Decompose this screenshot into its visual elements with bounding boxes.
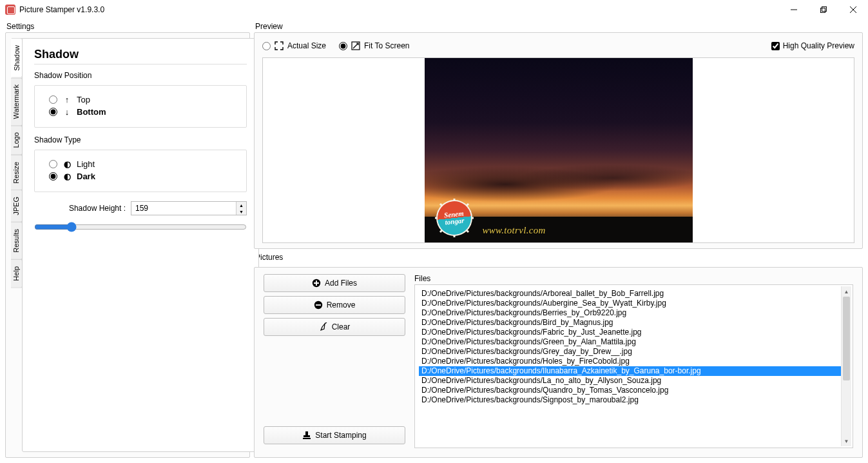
scroll-up-button[interactable]: ▲ — [842, 286, 851, 297]
plus-circle-icon — [312, 279, 321, 288]
file-row[interactable]: D:/OneDrive/Pictures/backgrounds/Green_b… — [419, 337, 841, 347]
file-row[interactable]: D:/OneDrive/Pictures/backgrounds/Arborea… — [419, 289, 841, 299]
file-row[interactable]: D:/OneDrive/Pictures/backgrounds/Fabric_… — [419, 328, 841, 337]
minimize-button[interactable] — [779, 0, 809, 19]
scroll-thumb[interactable] — [843, 297, 850, 380]
files-label: Files — [414, 274, 853, 283]
settings-panel: ShadowWatermarkLogoResizeJPEGResultsHelp… — [5, 32, 250, 458]
radio-top-row[interactable]: ↑ Top — [49, 95, 240, 104]
high-quality-checkbox-group[interactable]: High Quality Preview — [771, 41, 854, 50]
file-row[interactable]: D:/OneDrive/Pictures/backgrounds/Signpos… — [419, 395, 841, 405]
file-list[interactable]: D:/OneDrive/Pictures/backgrounds/Arborea… — [414, 284, 853, 448]
pictures-panel: Add Files Remove — [254, 267, 863, 458]
tab-resize[interactable]: Resize — [11, 155, 23, 191]
stamp-icon — [302, 431, 311, 440]
start-stamping-button[interactable]: Start Stamping — [264, 426, 405, 444]
radio-bottom-label: Bottom — [77, 107, 106, 117]
radio-light-label: Light — [77, 159, 95, 169]
settings-label: Settings — [5, 22, 250, 31]
arrow-up-icon: ↑ — [63, 95, 72, 104]
maximize-button[interactable] — [809, 0, 838, 19]
titlebar: Picture Stamper v1.9.3.0 — [0, 0, 868, 19]
radio-light-row[interactable]: ◐ Light — [49, 159, 240, 169]
svg-rect-2 — [822, 7, 827, 12]
file-row[interactable]: D:/OneDrive/Pictures/backgrounds/La_no_a… — [419, 376, 841, 386]
shadow-tab-content: Shadow Shadow Position ↑ Top ↓ Bottom — [22, 38, 259, 452]
app-title: Picture Stamper v1.9.3.0 — [19, 5, 104, 14]
remove-label: Remove — [327, 300, 356, 310]
radio-dark-label: Dark — [77, 172, 95, 181]
radio-dark-row[interactable]: ◐ Dark — [49, 172, 240, 181]
logo-text-2: tongar — [445, 217, 465, 226]
file-row[interactable]: D:/OneDrive/Pictures/backgrounds/Berries… — [419, 308, 841, 318]
minus-circle-icon — [314, 300, 323, 310]
clear-button[interactable]: Clear — [264, 318, 405, 336]
shadow-height-input[interactable] — [131, 202, 236, 215]
expand-icon — [275, 41, 284, 50]
window-controls — [779, 0, 868, 19]
file-row[interactable]: D:/OneDrive/Pictures/backgrounds/Quandro… — [419, 386, 841, 395]
shadow-heading: Shadow — [34, 48, 247, 61]
fit-icon — [351, 41, 360, 50]
actual-size-label: Actual Size — [287, 41, 326, 50]
radio-bottom-row[interactable]: ↓ Bottom — [49, 107, 240, 117]
preview-canvas: Senem tongar www.totrvl.com — [262, 57, 854, 243]
shadow-height-label: Shadow Height : — [34, 204, 131, 213]
tab-watermark[interactable]: Watermark — [11, 77, 23, 126]
shadow-type-group: ◐ Light ◐ Dark — [34, 150, 247, 192]
tab-logo[interactable]: Logo — [11, 125, 23, 155]
remove-button[interactable]: Remove — [264, 296, 405, 314]
radio-bottom[interactable] — [49, 108, 57, 116]
preview-image: Senem tongar www.totrvl.com — [425, 58, 693, 242]
shadow-height-spinner[interactable]: ▲ ▼ — [131, 201, 247, 215]
file-row[interactable]: D:/OneDrive/Pictures/backgrounds/Aubergi… — [419, 299, 841, 308]
broom-icon — [319, 322, 328, 331]
shadow-position-group: ↑ Top ↓ Bottom — [34, 85, 247, 128]
svg-rect-19 — [304, 435, 310, 437]
settings-tabs: ShadowWatermarkLogoResizeJPEGResultsHelp — [11, 38, 23, 452]
preview-panel: Actual Size Fit To Screen — [254, 32, 863, 249]
radio-fit-to-screen[interactable] — [339, 42, 347, 50]
scroll-track[interactable] — [842, 297, 851, 436]
preview-label: Preview — [254, 22, 863, 31]
add-files-button[interactable]: Add Files — [264, 274, 405, 292]
svg-rect-18 — [305, 431, 308, 435]
pictures-label: Pictures — [254, 253, 863, 262]
arrow-down-icon: ↓ — [63, 107, 72, 117]
watermark-url: www.totrvl.com — [483, 225, 546, 236]
radio-actual-size-group[interactable]: Actual Size — [262, 41, 326, 50]
radio-top[interactable] — [49, 95, 57, 104]
svg-line-17 — [325, 322, 327, 324]
svg-rect-20 — [303, 438, 311, 439]
watermark-logo: Senem tongar — [434, 197, 475, 239]
radio-top-label: Top — [77, 95, 90, 104]
tab-help[interactable]: Help — [11, 259, 23, 288]
fit-to-screen-label: Fit To Screen — [364, 41, 409, 50]
high-quality-checkbox[interactable] — [771, 42, 780, 50]
tab-shadow[interactable]: Shadow — [11, 38, 23, 78]
half-circle-light-icon: ◐ — [63, 159, 72, 169]
radio-light[interactable] — [49, 160, 57, 168]
tab-results[interactable]: Results — [11, 222, 23, 260]
spin-up-button[interactable]: ▲ — [236, 202, 246, 208]
radio-actual-size[interactable] — [262, 42, 271, 50]
app-icon — [5, 5, 15, 15]
scroll-down-button[interactable]: ▼ — [842, 436, 851, 446]
shadow-type-label: Shadow Type — [34, 135, 247, 144]
half-circle-dark-icon: ◐ — [63, 172, 72, 181]
scrollbar[interactable]: ▲ ▼ — [841, 286, 851, 446]
radio-dark[interactable] — [49, 172, 57, 181]
shadow-height-slider[interactable] — [34, 222, 247, 232]
start-stamping-label: Start Stamping — [315, 431, 366, 440]
radio-fit-group[interactable]: Fit To Screen — [339, 41, 409, 50]
file-row[interactable]: D:/OneDrive/Pictures/backgrounds/Bird_by… — [419, 318, 841, 328]
spin-down-button[interactable]: ▼ — [236, 208, 246, 215]
close-button[interactable] — [838, 0, 868, 19]
divider — [34, 64, 247, 64]
file-row[interactable]: D:/OneDrive/Pictures/backgrounds/Ilunaba… — [419, 366, 841, 376]
file-row[interactable]: D:/OneDrive/Pictures/backgrounds/Holes_b… — [419, 357, 841, 366]
tab-jpeg[interactable]: JPEG — [11, 190, 23, 222]
high-quality-label: High Quality Preview — [783, 41, 854, 50]
file-row[interactable]: D:/OneDrive/Pictures/backgrounds/Grey_da… — [419, 347, 841, 357]
shadow-position-label: Shadow Position — [34, 71, 247, 80]
